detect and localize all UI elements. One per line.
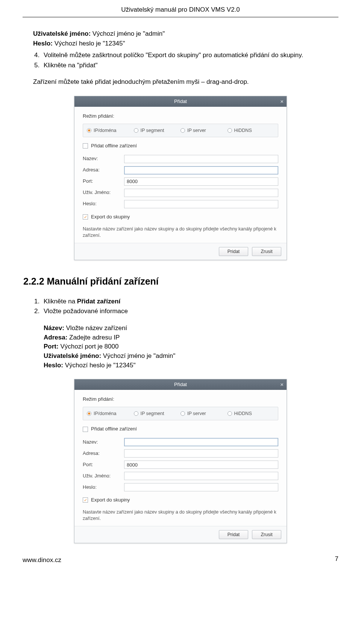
steps-list-a: Volitelně můžete zaškrtnout políčko "Exp… [41, 51, 338, 70]
add-device-dialog-1: Přidat × Režim přidání: IP/doména IP seg… [74, 96, 287, 260]
sub-detail-line: Uživatelské jméno: Výchozí jméno je "adm… [44, 352, 338, 361]
mode-label: Režim přidání: [83, 396, 278, 403]
list-item: Klikněte na Přidat zařízení [41, 297, 338, 306]
radio-label: IP server [187, 410, 206, 417]
password-input[interactable] [124, 200, 278, 208]
intro-user-label: Uživatelské jméno: [33, 30, 91, 37]
dialog-titlebar: Přidat × [74, 379, 287, 390]
radio-label: IP/doména [94, 127, 116, 134]
footer-url: www.dinox.cz [23, 556, 338, 565]
intro-password: Heslo: Výchozí heslo je "12345" [33, 39, 338, 48]
export-label: Export do skupiny [91, 214, 130, 221]
intro-pass-text: Výchozí heslo je "12345" [53, 40, 125, 47]
password-input[interactable] [124, 483, 278, 491]
dialog-footer: Pridat Zrusit [74, 526, 287, 543]
offline-label: Přidat offline zařízení [91, 426, 137, 433]
pass-label: Heslo: [83, 484, 124, 491]
checkbox-icon [83, 143, 88, 148]
mode-label: Režim přidání: [83, 113, 278, 120]
radio-ip-server[interactable]: IP server [180, 410, 228, 417]
name-input[interactable] [124, 155, 278, 163]
radio-label: IP segment [141, 127, 164, 134]
dialog-footer: Pridat Zrusit [74, 243, 287, 260]
offline-checkbox-row[interactable]: Přidat offline zařízení [83, 142, 278, 150]
radio-hiddns[interactable]: HiDDNS [228, 410, 275, 417]
radio-dot-icon [134, 411, 138, 416]
addr-label: Adresa: [83, 450, 124, 457]
list-item: Volitelně můžete zaškrtnout políčko "Exp… [41, 51, 338, 60]
checkbox-checked-icon: ✓ [83, 497, 88, 503]
add-button[interactable]: Pridat [219, 530, 248, 539]
add-device-dialog-2: Přidat × Režim přidání: IP/doména IP seg… [74, 379, 287, 543]
name-input[interactable] [124, 438, 278, 446]
sub-detail-line: Adresa: Zadejte adresu IP [44, 333, 338, 342]
cancel-button[interactable]: Zrusit [252, 247, 281, 256]
radio-label: IP/doména [94, 410, 116, 417]
dialog-title: Přidat [174, 98, 187, 104]
radio-dot-icon [87, 411, 91, 416]
add-button[interactable]: Pridat [219, 247, 248, 256]
radio-ip-server[interactable]: IP server [180, 127, 228, 134]
port-input[interactable] [124, 461, 278, 469]
checkbox-checked-icon: ✓ [83, 214, 88, 220]
name-label: Nazev: [83, 155, 124, 162]
pass-label: Heslo: [83, 200, 124, 208]
radio-dot-icon [87, 128, 91, 133]
page-header: Uživatelský manuál pro DINOX VMS V2.0 [23, 0, 338, 17]
radio-dot-icon [180, 411, 185, 416]
radio-ip-domain[interactable]: IP/doména [87, 410, 134, 417]
radio-label: HiDDNS [234, 410, 252, 417]
hint-text: Nastavte název zařízení jako název skupi… [83, 509, 278, 522]
radio-ip-domain[interactable]: IP/doména [87, 127, 134, 134]
mode-radio-group: IP/doména IP segment IP server HiDDNS [83, 407, 278, 420]
radio-label: IP server [187, 127, 206, 134]
radio-ip-segment[interactable]: IP segment [134, 410, 181, 417]
page-content: Uživatelské jméno: Výchozí jméno je "adm… [23, 17, 338, 565]
close-icon[interactable]: × [280, 379, 284, 390]
radio-hiddns[interactable]: HiDDNS [228, 127, 275, 134]
radio-dot-icon [180, 128, 185, 133]
offline-label: Přidat offline zařízení [91, 142, 137, 150]
steps-list-b: Klikněte na Přidat zařízeníVložte požado… [41, 297, 338, 316]
addr-label: Adresa: [83, 167, 124, 174]
address-input[interactable] [124, 166, 278, 174]
export-checkbox-row[interactable]: ✓ Export do skupiny [83, 497, 278, 504]
list-item: Vložte požadované informace [41, 307, 338, 316]
offline-checkbox-row[interactable]: Přidat offline zařízení [83, 426, 278, 433]
header-title: Uživatelský manuál pro DINOX VMS V2.0 [121, 6, 240, 13]
hint-text: Nastavte název zařízení jako název skupi… [83, 226, 278, 239]
checkbox-icon [83, 427, 88, 432]
port-label: Port: [83, 461, 124, 468]
section-heading: 2.2.2 Manuální přidání zařízení [23, 274, 338, 288]
export-checkbox-row[interactable]: ✓ Export do skupiny [83, 214, 278, 221]
cancel-button[interactable]: Zrusit [252, 530, 281, 539]
name-label: Nazev: [83, 439, 124, 446]
steps-b-sub: Název: Vložte název zařízeníAdresa: Zade… [23, 324, 338, 370]
close-icon[interactable]: × [280, 96, 284, 107]
user-label: Uživ. Jméno: [83, 473, 124, 480]
sub-detail-line: Port: Výchozí port je 8000 [44, 342, 338, 352]
drag-drop-note: Zařízení můžete také přidat jednoduchým … [33, 77, 338, 87]
dialog-title: Přidat [174, 382, 187, 387]
dialog-titlebar: Přidat × [74, 96, 287, 107]
radio-dot-icon [134, 128, 138, 133]
radio-label: IP segment [141, 410, 164, 417]
intro-user-text: Výchozí jméno je "admin" [91, 30, 165, 37]
radio-dot-icon [228, 411, 232, 416]
export-label: Export do skupiny [91, 497, 130, 504]
port-label: Port: [83, 178, 124, 185]
username-input[interactable] [124, 189, 278, 197]
address-input[interactable] [124, 449, 278, 458]
user-label: Uživ. Jméno: [83, 189, 124, 196]
intro-pass-label: Heslo: [33, 40, 53, 47]
intro-username: Uživatelské jméno: Výchozí jméno je "adm… [33, 29, 338, 39]
sub-detail-line: Heslo: Výchozí heslo je "12345" [44, 361, 338, 370]
sub-detail-line: Název: Vložte název zařízení [44, 324, 338, 333]
mode-radio-group: IP/doména IP segment IP server HiDDNS [83, 124, 278, 137]
radio-ip-segment[interactable]: IP segment [134, 127, 181, 134]
list-item: Klikněte na "přidat" [41, 61, 338, 70]
port-input[interactable] [124, 177, 278, 186]
username-input[interactable] [124, 472, 278, 480]
radio-dot-icon [228, 128, 232, 133]
radio-label: HiDDNS [234, 127, 252, 134]
